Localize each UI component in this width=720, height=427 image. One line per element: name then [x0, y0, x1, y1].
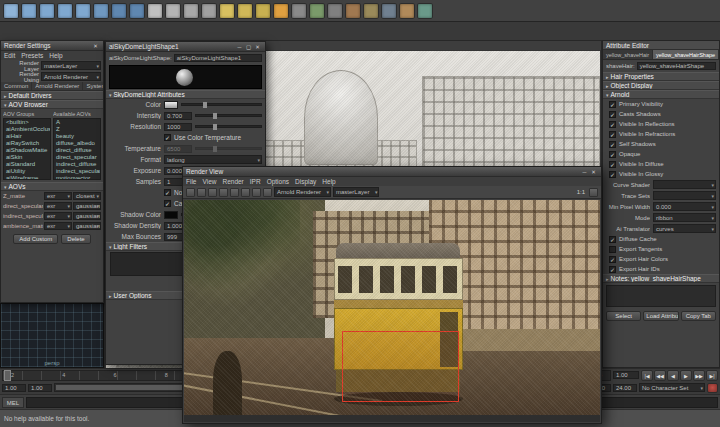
resolution-field[interactable]: 1000: [164, 123, 192, 131]
arnold-checkbox-row[interactable]: Diffuse Cache: [603, 234, 719, 244]
section-notes[interactable]: ▸ Notes: yellow_shaveHairShape: [603, 274, 719, 283]
render-view-menu-item[interactable]: IPR: [247, 178, 264, 185]
render-using-dropdown[interactable]: Arnold Renderer: [41, 72, 101, 81]
ipr-render-icon[interactable]: [230, 188, 239, 197]
ipr-render-icon[interactable]: [309, 3, 325, 19]
skydome-titlebar[interactable]: aiSkyDomeLightShape1 ─ ▢ ✕: [106, 42, 265, 52]
render-view-titlebar[interactable]: Render View ─ ✕: [183, 167, 601, 177]
aov-group-item[interactable]: aiAmbientOcclusion: [4, 126, 50, 133]
section-aov-browser[interactable]: ▾ AOV Browser: [1, 100, 103, 109]
cv-curve-icon[interactable]: [147, 3, 163, 19]
close-icon[interactable]: ✕: [589, 169, 598, 175]
checkbox[interactable]: [609, 161, 616, 168]
aov-driver-dropdown[interactable]: exr: [44, 202, 72, 210]
point-light-icon[interactable]: [255, 3, 271, 19]
use-color-temperature-checkbox[interactable]: [164, 134, 171, 141]
render-settings-icon[interactable]: [327, 3, 343, 19]
arnold-checkbox-row[interactable]: Visible In Diffuse: [603, 159, 719, 169]
rendered-image[interactable]: [184, 200, 600, 415]
available-aov-item[interactable]: beauty: [54, 133, 100, 140]
menu-item[interactable]: Help: [46, 52, 65, 59]
checkbox[interactable]: [609, 101, 616, 108]
attribute-field-row[interactable]: Mode ribbon: [603, 212, 719, 223]
sphere-icon[interactable]: [3, 3, 19, 19]
playback-button[interactable]: ◀: [667, 370, 679, 381]
auto-keyframe-toggle[interactable]: [707, 383, 718, 393]
attribute-value-field[interactable]: [653, 180, 716, 189]
exposure-icon[interactable]: [589, 188, 598, 197]
render-settings-tab[interactable]: Common: [1, 82, 32, 91]
section-arnold[interactable]: ▾ Arnold: [603, 90, 719, 99]
attribute-editor-tab[interactable]: yellow_shaveHairShape: [653, 50, 719, 60]
color-slider[interactable]: [181, 103, 262, 106]
animation-start-field[interactable]: 1.00: [2, 384, 26, 392]
Z_matte[interactable]: Z_matte exr closest: [1, 191, 103, 201]
aov-group-item[interactable]: aiStandard: [4, 161, 50, 168]
cone-icon[interactable]: [57, 3, 73, 19]
aov-group-item[interactable]: aiWireframe: [4, 175, 50, 180]
section-hair-properties[interactable]: ▸ Hair Properties: [603, 72, 719, 81]
format-dropdown[interactable]: latlong: [164, 155, 262, 164]
temperature-slider[interactable]: [195, 147, 262, 150]
notes-textarea[interactable]: [606, 285, 716, 307]
attribute-editor-panel[interactable]: Attribute Editor yellow_shaveHairyellow_…: [602, 40, 720, 368]
cube-icon[interactable]: [21, 3, 37, 19]
arnold-checkbox-row[interactable]: Casts Shadows: [603, 109, 719, 119]
current-time-marker[interactable]: [4, 370, 11, 381]
command-language-toggle[interactable]: MEL: [2, 397, 24, 408]
render-settings-window[interactable]: Render Settings ✕ EditPresetsHelp Render…: [0, 40, 104, 303]
render-view-menu-item[interactable]: Display: [292, 178, 319, 185]
close-icon[interactable]: ✕: [253, 44, 262, 50]
checkbox[interactable]: [609, 236, 616, 243]
aov-driver-dropdown[interactable]: exr: [44, 192, 72, 200]
attribute-field-row[interactable]: Min Pixel Width 0.000: [603, 201, 719, 212]
aov-group-item[interactable]: aiHair: [4, 133, 50, 140]
nurbs-sphere-icon[interactable]: [111, 3, 127, 19]
arc-tool-icon[interactable]: [201, 3, 217, 19]
add-custom-aov-button[interactable]: Add Custom: [13, 234, 58, 244]
arnold-checkbox-row[interactable]: Self Shadows: [603, 139, 719, 149]
temperature-field[interactable]: 6500: [164, 145, 192, 153]
node-name-field[interactable]: aiSkyDomeLightShape1: [174, 54, 262, 62]
attribute-editor-button[interactable]: Select: [606, 311, 641, 321]
render-layer-dropdown[interactable]: masterLayer: [333, 187, 379, 197]
ambience_matte[interactable]: ambience_matte exr gaussian: [1, 221, 103, 231]
ep-curve-icon[interactable]: [165, 3, 181, 19]
attribute-editor-button[interactable]: Load Attributes: [643, 311, 678, 321]
alpha-channel-icon[interactable]: [263, 188, 272, 197]
pencil-curve-icon[interactable]: [183, 3, 199, 19]
material-icon[interactable]: [345, 3, 361, 19]
checkbox[interactable]: [609, 121, 616, 128]
playback-button[interactable]: ◀◀: [654, 370, 666, 381]
render-layer-dropdown[interactable]: masterLayer: [41, 61, 101, 70]
snapshot-icon[interactable]: [241, 188, 250, 197]
render-view-window[interactable]: Render View ─ ✕ FileViewRenderIPROptions…: [182, 166, 602, 424]
delete-aov-button[interactable]: Delete: [61, 234, 90, 244]
aov-group-item[interactable]: aiShadowMatte: [4, 147, 50, 154]
attribute-value-field[interactable]: curves: [653, 224, 716, 233]
render-region-icon[interactable]: [219, 188, 228, 197]
section-default-drivers[interactable]: ▸ Default Drivers: [1, 91, 103, 100]
attribute-value-field[interactable]: ribbon: [653, 213, 716, 222]
shadow-color-swatch[interactable]: [164, 211, 178, 219]
attribute-editor-tab[interactable]: yellow_shaveHair: [603, 50, 653, 60]
render-icon[interactable]: [291, 3, 307, 19]
available-aov-item[interactable]: direct_diffuse: [54, 147, 100, 154]
render-region-selection[interactable]: [342, 331, 458, 402]
intensity-field[interactable]: 0.700: [164, 112, 192, 120]
aov-group-item[interactable]: aiSkin: [4, 154, 50, 161]
current-frame-field[interactable]: 1.00: [613, 371, 639, 379]
render-settings-titlebar[interactable]: Render Settings ✕: [1, 41, 103, 51]
minimize-icon[interactable]: ─: [235, 44, 244, 50]
render-settings-tab[interactable]: System: [83, 82, 103, 91]
checkbox[interactable]: [609, 141, 616, 148]
normalize-checkbox[interactable]: [164, 189, 171, 196]
arnold-checkbox-row[interactable]: Primary Visibility: [603, 99, 719, 109]
nurbs-cube-icon[interactable]: [129, 3, 145, 19]
render-view-menu-item[interactable]: Options: [264, 178, 292, 185]
attribute-field-row[interactable]: Ai Translator curves: [603, 223, 719, 234]
direct_specular[interactable]: direct_specular exr gaussian: [1, 201, 103, 211]
close-icon[interactable]: ✕: [91, 43, 100, 49]
animation-end-field[interactable]: 24.00: [613, 384, 637, 392]
attribute-editor-button[interactable]: Copy Tab: [681, 311, 716, 321]
